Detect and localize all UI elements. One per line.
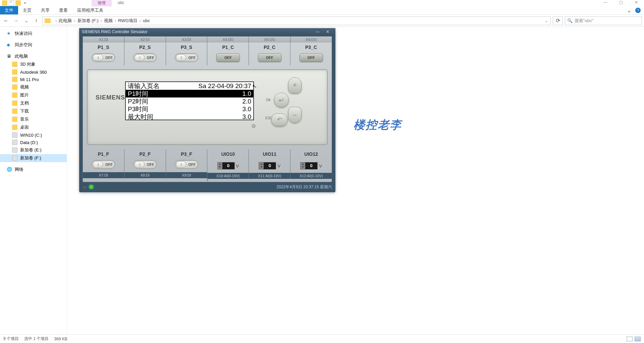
sidebar-item-drive-e[interactable]: 新加卷 (E:)	[0, 146, 67, 154]
sidebar-item-downloads[interactable]: 下载	[0, 107, 67, 115]
lcd-row-title: 请输入页名Sa 22-04-09 20:37	[126, 82, 253, 90]
sidebar-quick-access[interactable]: 快速访问	[0, 29, 67, 38]
output-p3c[interactable]: OFF	[300, 53, 323, 62]
crumb-current[interactable]: ubc	[143, 18, 150, 23]
manage-context-tab[interactable]: 管理	[92, 0, 112, 6]
content-pane[interactable]: SIEMENS RWG Controller Simulator — × X1:…	[67, 27, 644, 334]
sidebar-item-desktop[interactable]: 桌面	[0, 123, 67, 131]
signal-name: UIO10	[207, 149, 249, 158]
help-icon[interactable]: ?	[635, 8, 641, 13]
sidebar-item-documents[interactable]: 文档	[0, 99, 67, 107]
signal-name: P1_F	[83, 149, 124, 158]
crumb-project[interactable]: RWG项目	[118, 18, 138, 24]
toggle-p1s[interactable]: OFF	[92, 53, 115, 62]
stepper-arrows-icon[interactable]: ▲▼	[218, 162, 222, 169]
search-input[interactable]: 🔍 搜索"ubc"	[565, 16, 642, 25]
sidebar-item-music[interactable]: 音乐	[0, 115, 67, 123]
sidebar-item-pictures[interactable]: 图片	[0, 91, 67, 99]
output-p2c[interactable]: OFF	[258, 53, 281, 62]
chevron-right-icon[interactable]: ›	[115, 18, 116, 23]
minimize-button[interactable]: —	[598, 0, 613, 6]
toggle-p2s[interactable]: OFF	[133, 53, 157, 62]
watermark-text: 楼控老李	[354, 117, 402, 133]
sidebar-sync-space[interactable]: 同步空间	[0, 41, 67, 49]
chevron-right-icon[interactable]: ›	[140, 18, 141, 23]
details-view-icon[interactable]	[627, 337, 633, 341]
toggle-p3s[interactable]: OFF	[175, 53, 198, 62]
lcd-text: 请输入页名	[128, 82, 160, 90]
chevron-right-icon[interactable]: ›	[101, 18, 102, 23]
simulator-titlebar[interactable]: SIEMENS RWG Controller Simulator — ×	[79, 28, 335, 36]
new-folder-icon[interactable]	[15, 0, 21, 6]
uio12-spinner[interactable]: ▲▼0V	[300, 162, 322, 169]
thumbnails-view-icon[interactable]	[635, 337, 641, 341]
drive-icon	[12, 147, 17, 153]
sidebar-item-video[interactable]: 视频	[0, 83, 67, 91]
down-button[interactable]: −	[288, 107, 302, 123]
explorer-statusbar: 9 个项目 选中 1 个项目 369 KB	[0, 334, 644, 343]
io-x3: X3:DI P3_S OFF	[166, 37, 208, 65]
contextual-tabs: 管理 ubc	[92, 0, 130, 6]
chevron-right-icon[interactable]: ›	[55, 18, 57, 23]
uio-value[interactable]: 0	[222, 162, 234, 169]
stepper-arrows-icon[interactable]: ▲▼	[301, 162, 305, 169]
tab-share[interactable]: 共享	[36, 6, 54, 14]
sidebar-item-drive-d[interactable]: Data (D:)	[0, 139, 67, 146]
sidebar-item-drive-c[interactable]: WIN10 (C:)	[0, 131, 67, 139]
up-button[interactable]: +	[288, 77, 302, 93]
crumb-pc[interactable]: 此电脑	[59, 18, 72, 24]
uio11-spinner[interactable]: ▲▼0V	[259, 162, 280, 169]
folder-icon	[12, 117, 17, 122]
ok-button[interactable]: ↵	[274, 93, 289, 108]
back-button[interactable]: ←	[2, 18, 10, 24]
tab-home[interactable]: 主页	[18, 6, 36, 14]
sidebar-label: 音乐	[20, 116, 29, 122]
address-bar[interactable]: › 此电脑 › 新加卷 (F:) › 视频 › RWG项目 › ubc ⌄	[42, 16, 551, 25]
uio10-spinner[interactable]: ▲▼0V	[217, 162, 239, 169]
esc-button[interactable]: ↶	[271, 114, 287, 126]
sidebar-item-3d[interactable]: 3D 对象	[0, 60, 67, 68]
refresh-button[interactable]: ⟳	[553, 16, 563, 25]
sim-minimize-button[interactable]: —	[313, 29, 323, 34]
toggle-knob	[93, 54, 103, 61]
forward-button[interactable]: →	[12, 18, 20, 24]
crumb-video[interactable]: 视频	[104, 18, 113, 24]
uio-value[interactable]: 0	[264, 162, 276, 169]
toggle-p2f[interactable]: OFF	[133, 160, 157, 169]
io-x11: UIO11 ▲▼0V X11:AI(0-10V)	[249, 149, 290, 179]
io-x6: X6:DO P3_C OFF	[290, 37, 332, 65]
sidebar-label: 下载	[20, 108, 29, 114]
up-button[interactable]: ↑	[32, 18, 40, 24]
properties-icon[interactable]	[9, 0, 14, 6]
sim-close-button[interactable]: ×	[323, 29, 333, 35]
crumb-drive[interactable]: 新加卷 (F:)	[77, 18, 99, 24]
pc-icon	[7, 54, 12, 59]
tab-app-tools[interactable]: 应用程序工具	[72, 6, 108, 14]
sidebar-label: 新加卷 (F:)	[20, 155, 41, 161]
stepper-arrows-icon[interactable]: ▲▼	[259, 162, 264, 169]
toggle-p3f[interactable]: OFF	[175, 160, 198, 169]
output-p1c[interactable]: OFF	[216, 53, 240, 62]
chevron-right-icon[interactable]: ›	[74, 18, 75, 23]
ribbon-expand-icon[interactable]: ⌄	[624, 6, 634, 14]
close-button[interactable]: ✕	[629, 0, 644, 6]
sidebar-item-drive-f[interactable]: 新加卷 (F:)	[0, 154, 67, 162]
qat-dropdown-icon[interactable]: ▾	[22, 1, 28, 5]
toggle-p1f[interactable]: OFF	[92, 160, 115, 169]
sidebar-label: 新加卷 (E:)	[20, 147, 42, 153]
sidebar-network[interactable]: 网络	[0, 165, 67, 174]
address-history-icon[interactable]: ⌄	[545, 18, 548, 23]
recent-dropdown[interactable]: ⌄	[22, 17, 30, 24]
uio-value[interactable]: 0	[305, 162, 317, 169]
maximize-button[interactable]: ▢	[613, 0, 629, 6]
toggle-knob	[176, 54, 186, 61]
sidebar-label: Mi 11 Pro	[20, 77, 39, 82]
gear-icon[interactable]: ⚙	[251, 123, 256, 129]
file-tab[interactable]: 文件	[0, 6, 18, 14]
toggle-knob	[135, 161, 145, 168]
sidebar-item-autodesk[interactable]: Autodesk 360	[0, 68, 67, 76]
signal-name: P2_C	[249, 43, 290, 51]
tab-view[interactable]: 查看	[54, 6, 72, 14]
sidebar-item-phone[interactable]: Mi 11 Pro	[0, 76, 67, 83]
sidebar-this-pc[interactable]: 此电脑	[0, 52, 67, 60]
